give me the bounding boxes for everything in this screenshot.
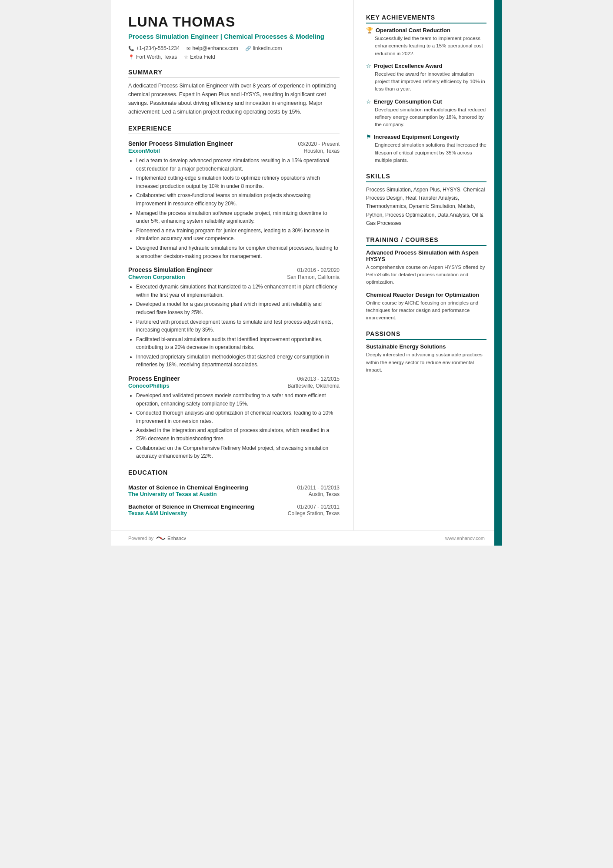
phone-contact: 📞 +1-(234)-555-1234 [128, 45, 180, 51]
star-icon: ☆ [184, 54, 188, 60]
achievement-desc: Received the award for innovative simula… [366, 70, 486, 93]
brand-name: Enhancv [167, 536, 186, 541]
phone-icon: 📞 [128, 46, 134, 51]
edu-header: Bachelor of Science in Chemical Engineer… [128, 503, 340, 510]
job-bullets: Executed dynamic simulations that transl… [128, 283, 340, 369]
bullet-item: Designed thermal and hydraulic simulatio… [136, 244, 340, 260]
achievement-desc: Engineered simulation solutions that inc… [366, 141, 486, 164]
linkedin-url: linkedin.com [253, 45, 282, 51]
passion-item-desc: Deeply interested in advancing sustainab… [366, 351, 486, 374]
achievement-title: Operational Cost Reduction [376, 27, 450, 34]
experience-section-title: EXPERIENCE [128, 125, 340, 134]
edu-dates: 01/2011 - 01/2013 [297, 485, 340, 491]
powered-by-label: Powered by [128, 536, 153, 541]
extra-contact: ☆ Extra Field [184, 54, 215, 60]
right-column: KEY ACHIEVEMENTS 🏆 Operational Cost Redu… [353, 0, 502, 530]
svg-point-0 [160, 537, 162, 539]
job-item: Process Simulation Engineer 01/2016 - 02… [128, 266, 340, 369]
course-title: Advanced Process Simulation with Aspen H… [366, 249, 486, 262]
job-company-row: ConocoPhillips Bartlesville, Oklahoma [128, 382, 340, 389]
key-achievements-section: KEY ACHIEVEMENTS 🏆 Operational Cost Redu… [366, 14, 486, 164]
job-item: Senior Process Simulation Engineer 03/20… [128, 140, 340, 260]
flag-icon: ⚑ [366, 134, 371, 140]
job-dates: 03/2020 - Present [298, 141, 340, 147]
bullet-item: Developed a model for a gas processing p… [136, 300, 340, 316]
job-title: Senior Process Simulation Engineer [128, 140, 233, 147]
bullet-item: Developed and validated process models c… [136, 392, 340, 408]
job-company-row: ExxonMobil Houston, Texas [128, 147, 340, 154]
skills-section: SKILLS Process Simulation, Aspen Plus, H… [366, 173, 486, 228]
star-outline-icon: ☆ [366, 98, 371, 105]
job-company-row: Chevron Corporation San Ramon, Californi… [128, 274, 340, 280]
course-desc: Online course by AIChE focusing on princ… [366, 299, 486, 322]
achievement-item: ⚑ Increased Equipment Longevity Engineer… [366, 134, 486, 164]
achievement-desc: Developed simulation methodologies that … [366, 106, 486, 129]
achievement-title-row: ☆ Energy Consumption Cut [366, 98, 486, 105]
link-icon: 🔗 [245, 46, 251, 51]
passions-title: PASSIONS [366, 330, 486, 340]
edu-location: Austin, Texas [309, 491, 340, 497]
bullet-item: Implemented cutting-edge simulation tool… [136, 174, 340, 190]
achievement-item: ☆ Energy Consumption Cut Developed simul… [366, 98, 486, 129]
extra-field: Extra Field [190, 54, 215, 60]
bullet-item: Conducted thorough analysis and optimiza… [136, 409, 340, 425]
bullet-item: Executed dynamic simulations that transl… [136, 283, 340, 299]
edu-school: The University of Texas at Austin [128, 491, 217, 497]
course-title: Chemical Reactor Design for Optimization [366, 292, 486, 298]
edu-school-row: The University of Texas at Austin Austin… [128, 491, 340, 497]
summary-text: A dedicated Process Simulation Engineer … [128, 81, 340, 116]
course-desc: A comprehensive course on Aspen HYSYS of… [366, 264, 486, 286]
location-contact: 📍 Fort Worth, Texas [128, 54, 177, 60]
resume-content: LUNA THOMAS Process Simulation Engineer … [111, 0, 502, 530]
job-dates: 01/2016 - 02/2020 [297, 267, 340, 273]
edu-dates: 01/2007 - 01/2011 [297, 504, 340, 510]
star-outline-icon: ☆ [366, 63, 371, 69]
training-item: Advanced Process Simulation with Aspen H… [366, 249, 486, 286]
education-item: Bachelor of Science in Chemical Engineer… [128, 503, 340, 516]
achievement-item: ☆ Project Excellence Award Received the … [366, 63, 486, 93]
job-dates: 06/2013 - 12/2015 [297, 376, 340, 382]
job-header: Process Simulation Engineer 01/2016 - 02… [128, 266, 340, 273]
contact-row: 📞 +1-(234)-555-1234 ✉ help@enhancv.com 🔗… [128, 45, 340, 60]
job-bullets: Developed and validated process models c… [128, 392, 340, 460]
job-bullets: Led a team to develop advanced process s… [128, 157, 340, 260]
achievement-title: Project Excellence Award [374, 63, 443, 69]
bullet-item: Managed the process simulation software … [136, 209, 340, 225]
bullet-item: Assisted in the integration and applicat… [136, 426, 340, 442]
skills-text: Process Simulation, Aspen Plus, HYSYS, C… [366, 186, 486, 228]
left-column: LUNA THOMAS Process Simulation Engineer … [111, 0, 353, 530]
job-company: ExxonMobil [128, 147, 160, 154]
location-text: Fort Worth, Texas [136, 54, 177, 60]
edu-degree: Bachelor of Science in Chemical Engineer… [128, 503, 254, 510]
edu-location: College Station, Texas [288, 510, 340, 516]
email-icon: ✉ [187, 46, 190, 51]
achievement-desc: Successfully led the team to implement p… [366, 35, 486, 57]
location-icon: 📍 [128, 54, 134, 60]
job-header: Senior Process Simulation Engineer 03/20… [128, 140, 340, 147]
key-achievements-title: KEY ACHIEVEMENTS [366, 14, 486, 23]
training-item: Chemical Reactor Design for Optimization… [366, 292, 486, 322]
achievement-item: 🏆 Operational Cost Reduction Successfull… [366, 27, 486, 57]
header: LUNA THOMAS Process Simulation Engineer … [128, 14, 340, 60]
passion-item-title: Sustainable Energy Solutions [366, 343, 486, 350]
achievement-title-row: ☆ Project Excellence Award [366, 63, 486, 69]
job-company: Chevron Corporation [128, 274, 185, 280]
bullet-item: Led a team to develop advanced process s… [136, 157, 340, 173]
phone-number: +1-(234)-555-1234 [136, 45, 180, 51]
education-item: Master of Science in Chemical Engineerin… [128, 484, 340, 497]
job-header: Process Engineer 06/2013 - 12/2015 [128, 375, 340, 382]
bullet-item: Innovated proprietary simulation methodo… [136, 353, 340, 369]
candidate-name: LUNA THOMAS [128, 14, 340, 30]
job-title: Process Engineer [128, 375, 180, 382]
bullet-item: Partnered with product development teams… [136, 318, 340, 334]
training-section: TRAINING / COURSES Advanced Process Simu… [366, 236, 486, 322]
bullet-item: Collaborated with cross-functional teams… [136, 191, 340, 208]
job-item: Process Engineer 06/2013 - 12/2015 Conoc… [128, 375, 340, 460]
teal-accent-bar [494, 0, 502, 546]
job-title: Process Simulation Engineer [128, 266, 213, 273]
bullet-item: Facilitated bi-annual simulations audits… [136, 335, 340, 352]
edu-degree: Master of Science in Chemical Engineerin… [128, 484, 248, 491]
job-location: San Ramon, California [287, 274, 340, 280]
email-contact: ✉ help@enhancv.com [187, 45, 238, 51]
job-location: Houston, Texas [304, 148, 340, 154]
